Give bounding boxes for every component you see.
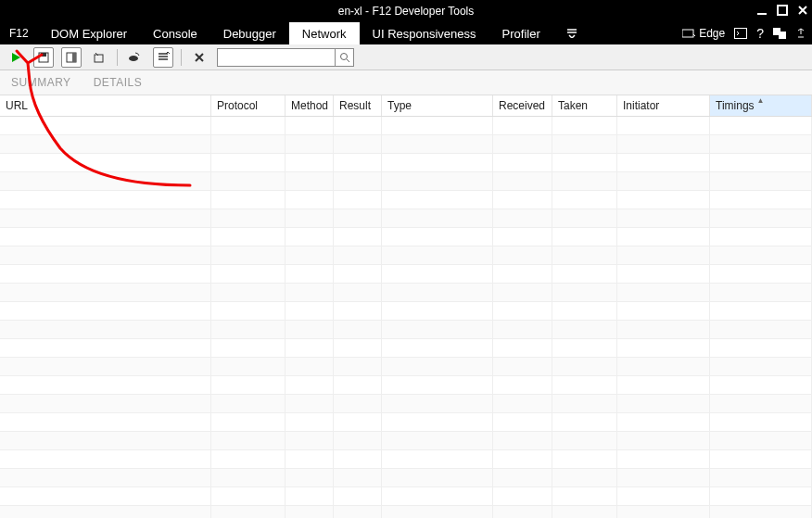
help-button[interactable]: ? [756, 26, 764, 41]
grid-body [0, 117, 812, 518]
table-row [0, 506, 812, 518]
table-row [0, 191, 812, 209]
svg-rect-3 [735, 29, 747, 39]
unpin-button[interactable] [795, 28, 806, 39]
search-input[interactable] [217, 48, 336, 67]
table-row [0, 265, 812, 284]
table-row [0, 302, 812, 321]
tab-debugger[interactable]: Debugger [210, 22, 289, 44]
table-row [0, 339, 812, 358]
svg-rect-2 [682, 30, 693, 37]
dock-button[interactable] [773, 28, 786, 39]
table-row [0, 450, 812, 469]
column-timings[interactable]: Timings ▲ [710, 95, 812, 116]
search-box [217, 48, 354, 67]
column-protocol[interactable]: Protocol [211, 95, 285, 116]
console-button[interactable] [734, 28, 747, 39]
column-url[interactable]: URL [0, 95, 211, 116]
column-received[interactable]: Received [493, 95, 552, 116]
table-row [0, 413, 812, 432]
table-row [0, 135, 812, 154]
column-taken[interactable]: Taken [552, 95, 617, 116]
table-row [0, 321, 812, 339]
table-row [0, 154, 812, 172]
content-type-filter-button[interactable] [153, 47, 173, 68]
svg-rect-5 [779, 32, 786, 39]
tab-console[interactable]: Console [140, 22, 210, 44]
network-subtabs: SUMMARY DETAILS [0, 70, 812, 95]
column-type[interactable]: Type [382, 95, 493, 116]
clear-on-navigate-button[interactable] [125, 47, 146, 68]
window-controls [756, 5, 808, 19]
grid-header: URL Protocol Method Result Type Received… [0, 95, 812, 117]
table-row [0, 432, 812, 450]
network-toolbar [0, 44, 812, 70]
subtab-summary[interactable]: SUMMARY [11, 76, 71, 89]
table-row [0, 172, 812, 191]
minimize-button[interactable] [756, 5, 768, 19]
column-result[interactable]: Result [334, 95, 382, 116]
svg-rect-0 [757, 13, 767, 15]
table-row [0, 228, 812, 246]
toolbar-divider [117, 49, 118, 66]
column-timings-label: Timings [716, 99, 755, 112]
subtab-details[interactable]: DETAILS [94, 76, 143, 89]
svg-rect-7 [41, 53, 46, 57]
column-method[interactable]: Method [285, 95, 334, 116]
window-title: en-xl - F12 Developer Tools [338, 5, 475, 18]
edge-label: Edge [699, 27, 725, 40]
table-row [0, 469, 812, 487]
tab-profiler[interactable]: Profiler [489, 22, 553, 44]
table-row [0, 358, 812, 376]
maximize-button[interactable] [777, 5, 788, 19]
f12-label: F12 [0, 22, 38, 44]
tab-network[interactable]: Network [289, 22, 360, 44]
svg-point-12 [340, 53, 347, 59]
clear-cookies-button[interactable] [89, 47, 109, 68]
clear-cache-button[interactable] [61, 47, 82, 68]
table-row [0, 117, 812, 135]
svg-rect-1 [778, 6, 787, 15]
tab-ui-responsiveness[interactable]: UI Responsiveness [360, 22, 489, 44]
toolbar-divider-2 [181, 49, 182, 66]
export-har-button[interactable] [33, 47, 54, 68]
column-initiator[interactable]: Initiator [617, 95, 710, 116]
table-row [0, 395, 812, 413]
edge-target-button[interactable]: Edge [682, 27, 725, 40]
clear-session-button[interactable] [189, 47, 209, 68]
svg-rect-9 [72, 53, 76, 62]
svg-rect-10 [95, 55, 103, 62]
titlebar: en-xl - F12 Developer Tools [0, 0, 812, 22]
search-button[interactable] [336, 48, 354, 67]
close-button[interactable] [797, 5, 808, 19]
table-row [0, 284, 812, 302]
tab-dom-explorer[interactable]: DOM Explorer [38, 22, 140, 44]
table-row [0, 376, 812, 395]
sort-ascending-icon: ▲ [757, 96, 765, 105]
menubar: F12 DOM Explorer Console Debugger Networ… [0, 22, 812, 44]
overflow-toggle[interactable] [553, 22, 590, 44]
table-row [0, 246, 812, 265]
table-row [0, 209, 812, 228]
table-row [0, 487, 812, 506]
start-capture-button[interactable] [6, 47, 26, 68]
svg-point-11 [129, 56, 138, 61]
